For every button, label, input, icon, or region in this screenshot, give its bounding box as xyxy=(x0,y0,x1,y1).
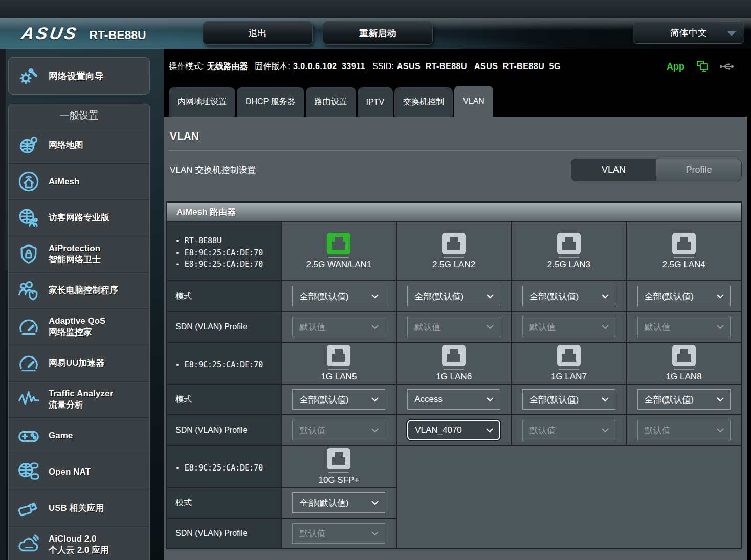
chevron-down-icon xyxy=(602,425,609,435)
gear-wrench-icon xyxy=(16,63,41,89)
profile-row-label: SDN (VLAN) Profile xyxy=(167,312,281,342)
profile-select-value: 默认值 xyxy=(529,424,556,436)
sidebar-menu: 一般设置 网络地图AiMesh访客网路专业版AiProtection智能网络卫士… xyxy=(8,104,150,560)
profile-select-lan5: 默认值 xyxy=(292,420,385,440)
sidebar-item-label: Open NAT xyxy=(49,466,91,478)
sidebar-item-label: 家长电脑控制程序 xyxy=(49,285,118,296)
mode-cell-sfp: 全部(默认值) xyxy=(282,488,396,518)
port-label: 1G LAN6 xyxy=(436,372,472,382)
app-link[interactable]: App xyxy=(667,61,684,72)
sidebar-item-adaptive-qos[interactable]: Adaptive QoS网络监控家 xyxy=(9,308,149,345)
chevron-down-icon xyxy=(371,394,379,405)
language-label: 简体中文 xyxy=(670,27,707,39)
section-subtitle: VLAN 交换机控制设置 xyxy=(170,164,256,176)
sidebar-items: 网络地图AiMesh访客网路专业版AiProtection智能网络卫士家长电脑控… xyxy=(9,127,149,560)
sidebar-item-label: AiMesh xyxy=(49,176,79,187)
mode-select-value: 全部(默认值) xyxy=(645,290,694,302)
reboot-button[interactable]: 重新启动 xyxy=(323,21,433,45)
mode-select-lan4[interactable]: 全部(默认值) xyxy=(637,286,731,306)
ethernet-port-icon xyxy=(557,345,581,366)
device-info-line: •RT-BE88U xyxy=(175,235,276,247)
ethernet-port-icon xyxy=(442,233,466,254)
tab-dhcp[interactable]: DHCP 服务器 xyxy=(237,87,304,117)
profile-select-lan2: 默认值 xyxy=(407,317,500,337)
profile-select-value: 默认值 xyxy=(529,321,556,333)
sidebar-item-aiprotection[interactable]: AiProtection智能网络卫士 xyxy=(9,236,149,272)
sidebar-item-uu-booster[interactable]: 网易UU加速器 xyxy=(9,345,149,381)
mode-select-wan-lan1[interactable]: 全部(默认值) xyxy=(292,286,385,306)
port-label: 2.5G LAN2 xyxy=(432,260,475,270)
sidebar-item-network-map[interactable]: 网络地图 xyxy=(9,127,149,163)
profile-cell-wan-lan1: 默认值 xyxy=(282,312,396,342)
info-bar: 操作模式: 无线路由器 固件版本: 3.0.0.6.102_33911 SSID… xyxy=(164,49,751,84)
port-underline xyxy=(328,472,349,473)
sidebar-item-game[interactable]: Game xyxy=(9,417,149,454)
chevron-down-icon xyxy=(727,31,736,36)
mode-row-label: 模式 xyxy=(167,385,281,414)
mode-select-sfp[interactable]: 全部(默认值) xyxy=(292,492,385,513)
sidebar-item-aimesh[interactable]: AiMesh xyxy=(9,163,149,199)
port-underline xyxy=(328,257,349,258)
tab-route[interactable]: 路由设置 xyxy=(306,87,356,117)
router-model: RT-BE88U xyxy=(89,29,146,42)
tab-vlan[interactable]: VLAN xyxy=(454,86,493,117)
sidebar-item-guest-network-pro[interactable]: 访客网路专业版 xyxy=(9,199,149,236)
language-select[interactable]: 简体中文 xyxy=(633,21,744,44)
sidebar-item-open-nat[interactable]: Open NAT xyxy=(9,454,149,490)
mode-select-lan6[interactable]: Access xyxy=(407,389,500,410)
port-label: 2.5G LAN3 xyxy=(547,260,590,270)
sidebar-item-aicloud[interactable]: AiCloud 2.0个人云 2.0 应用 xyxy=(9,526,149,560)
sidebar-item-label: 网络设置向导 xyxy=(49,71,104,82)
tab-switch-ctrl[interactable]: 交换机控制 xyxy=(394,87,453,117)
toggle-vlan-button[interactable]: VLAN xyxy=(571,159,656,181)
chevron-down-icon xyxy=(371,322,379,332)
sidebar-item-traffic-analyzer[interactable]: Traffic Analyzer流量分析 xyxy=(9,381,149,417)
port-cell-sfp: 10G SFP+ xyxy=(282,446,396,487)
sidebar-item-label: AiCloud 2.0个人云 2.0 应用 xyxy=(49,533,109,556)
tab-iptv[interactable]: IPTV xyxy=(358,87,393,117)
empty-span-cell xyxy=(397,446,741,548)
mode-select-lan3[interactable]: 全部(默认值) xyxy=(522,286,615,306)
device-info-line: •E8:9C:25:CA:DE:70 xyxy=(175,462,276,474)
mode-select-lan5[interactable]: 全部(默认值) xyxy=(292,389,385,410)
mode-select-lan2[interactable]: 全部(默认值) xyxy=(407,286,500,306)
top-strip xyxy=(0,0,751,18)
tab-lan-ip[interactable]: 内网地址设置 xyxy=(169,87,235,117)
mode-select-lan7[interactable]: 全部(默认值) xyxy=(522,389,615,410)
mode-select-value: 全部(默认值) xyxy=(299,290,348,302)
globe-pin-icon xyxy=(16,132,41,158)
ssid-5g-link[interactable]: ASUS_RT-BE88U_5G xyxy=(474,62,561,71)
profile-select-lan3: 默认值 xyxy=(522,317,615,337)
port-label: 1G LAN7 xyxy=(551,372,587,382)
device-info-line: •E8:9C:25:CA:DE:70 xyxy=(175,259,276,271)
chevron-down-icon xyxy=(717,291,724,301)
mode-cell-lan5: 全部(默认值) xyxy=(282,385,396,414)
firmware-version-link[interactable]: 3.0.0.6.102_33911 xyxy=(293,62,365,71)
sidebar-item-parental-controls[interactable]: 家长电脑控制程序 xyxy=(9,272,149,308)
header-banner: ASUS RT-BE88U 退出 重新启动 简体中文 xyxy=(0,18,751,49)
profile-select-value: 默认值 xyxy=(299,321,325,333)
port-cell-lan7: 1G LAN7 xyxy=(512,343,626,384)
toggle-profile-button[interactable]: Profile xyxy=(656,159,742,181)
mode-select-lan8[interactable]: 全部(默认值) xyxy=(637,389,731,410)
sidebar-item-setup-wizard[interactable]: 网络设置向导 xyxy=(8,57,150,95)
profile-select-lan6[interactable]: VLAN_4070 xyxy=(407,420,500,440)
chevron-down-icon xyxy=(717,425,724,435)
port-underline xyxy=(674,257,694,258)
sidebar-section-title: 一般设置 xyxy=(9,104,149,127)
gauge-icon xyxy=(16,314,41,340)
profile-cell-lan7: 默认值 xyxy=(512,415,626,445)
ethernet-port-icon xyxy=(672,233,696,254)
profile-cell-lan4: 默认值 xyxy=(627,312,741,342)
usb-status-icon xyxy=(719,62,735,71)
sidebar-item-usb-apps[interactable]: USB 相关应用 xyxy=(9,490,149,526)
ssid-24g-link[interactable]: ASUS_RT-BE88U xyxy=(397,62,467,71)
port-underline xyxy=(674,369,694,370)
ethernet-port-icon xyxy=(327,448,350,469)
chevron-down-icon xyxy=(602,394,609,405)
logout-button[interactable]: 退出 xyxy=(203,21,313,45)
sidebar-item-label: 访客网路专业版 xyxy=(49,212,109,223)
profile-select-value: 默认值 xyxy=(645,321,671,333)
chevron-down-icon xyxy=(371,291,379,301)
op-mode-label: 操作模式: xyxy=(169,61,204,72)
